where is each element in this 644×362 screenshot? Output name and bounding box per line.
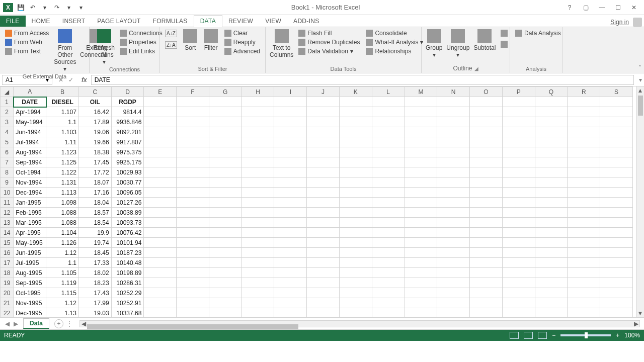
cell[interactable]: 10030.77 [111, 177, 144, 188]
cell[interactable] [502, 228, 535, 238]
cell[interactable] [405, 238, 437, 248]
cell[interactable] [177, 228, 209, 238]
cell[interactable]: 10038.89 [111, 208, 144, 218]
cell[interactable] [177, 268, 209, 278]
cell[interactable] [568, 137, 600, 147]
cell[interactable] [177, 147, 209, 157]
cell[interactable] [209, 308, 242, 318]
cell[interactable] [307, 228, 340, 238]
cell[interactable] [600, 137, 633, 147]
cell[interactable] [372, 208, 405, 218]
cell[interactable] [535, 198, 568, 208]
cell[interactable] [535, 208, 568, 218]
cell[interactable] [600, 127, 633, 137]
cell[interactable] [274, 218, 307, 228]
cell[interactable]: Sep-1994 [14, 157, 46, 167]
cell[interactable]: 1.113 [46, 188, 79, 198]
from-other-sources-button[interactable]: From Other Sources▾ [54, 29, 76, 72]
cell[interactable]: Aug-1995 [14, 268, 46, 278]
cell[interactable]: 19.06 [78, 127, 111, 137]
sort-asc-button[interactable]: A↓Z [164, 29, 178, 38]
maximize-icon[interactable]: ☐ [611, 3, 625, 13]
cell[interactable] [307, 308, 340, 318]
cell[interactable] [144, 137, 177, 147]
cell[interactable] [600, 188, 633, 198]
cell[interactable] [470, 167, 503, 177]
cell[interactable] [600, 167, 633, 177]
cell[interactable] [372, 127, 405, 137]
cell[interactable]: 1.1 [46, 258, 79, 268]
cell[interactable] [535, 218, 568, 228]
cell[interactable] [405, 167, 437, 177]
cell[interactable] [209, 218, 242, 228]
cell[interactable] [600, 107, 633, 117]
cell[interactable]: 18.04 [78, 198, 111, 208]
cell[interactable] [307, 238, 340, 248]
cell[interactable] [274, 298, 307, 308]
column-header[interactable]: G [209, 87, 242, 97]
help-icon[interactable]: ? [562, 3, 577, 13]
cell[interactable] [568, 188, 600, 198]
cell[interactable] [177, 288, 209, 298]
cell[interactable] [405, 127, 437, 137]
cell[interactable] [307, 208, 340, 218]
cell[interactable] [372, 248, 405, 258]
column-header[interactable]: K [339, 87, 372, 97]
hscroll-thumb[interactable] [87, 324, 298, 329]
cell[interactable] [339, 147, 372, 157]
row-header[interactable]: 9 [1, 177, 14, 188]
cell[interactable]: Nov-1995 [14, 298, 46, 308]
column-header[interactable]: B [46, 87, 79, 97]
cell[interactable] [600, 157, 633, 167]
cell[interactable] [600, 218, 633, 228]
cell[interactable]: 17.33 [78, 258, 111, 268]
cell[interactable]: 9892.201 [111, 127, 144, 137]
cell[interactable] [209, 107, 242, 117]
normal-view-icon[interactable] [510, 332, 519, 339]
cell[interactable] [372, 177, 405, 188]
cell[interactable] [502, 167, 535, 177]
cell[interactable] [437, 228, 470, 238]
cell[interactable] [502, 147, 535, 157]
row-header[interactable]: 3 [1, 117, 14, 127]
cell[interactable] [372, 258, 405, 268]
cell[interactable] [307, 298, 340, 308]
save-icon[interactable]: 💾 [16, 3, 25, 12]
cell[interactable] [535, 308, 568, 318]
cell[interactable] [339, 268, 372, 278]
cell[interactable]: 1.105 [46, 268, 79, 278]
cell[interactable] [600, 117, 633, 127]
cell[interactable]: 1.115 [46, 288, 79, 298]
cell[interactable]: Oct-1995 [14, 288, 46, 298]
cell[interactable]: 1.104 [46, 228, 79, 238]
spreadsheet-grid[interactable]: ◢ABCDEFGHIJKLMNOPQRS 1DATEDIESELOILRGDP2… [0, 86, 633, 318]
cell[interactable] [177, 157, 209, 167]
cell[interactable] [339, 248, 372, 258]
cell[interactable] [437, 278, 470, 288]
cell[interactable] [502, 298, 535, 308]
cell[interactable] [470, 157, 503, 167]
cell[interactable] [437, 238, 470, 248]
cell[interactable]: 18.07 [78, 177, 111, 188]
cell[interactable] [177, 107, 209, 117]
column-header[interactable]: R [568, 87, 600, 97]
cell[interactable]: 17.43 [78, 288, 111, 298]
cell[interactable] [177, 208, 209, 218]
cell[interactable] [372, 278, 405, 288]
cell[interactable] [600, 268, 633, 278]
column-header[interactable]: C [78, 87, 111, 97]
cell[interactable] [470, 248, 503, 258]
cell[interactable] [600, 147, 633, 157]
cell[interactable] [242, 157, 274, 167]
cell[interactable]: 10198.89 [111, 268, 144, 278]
cell[interactable] [437, 198, 470, 208]
cell[interactable] [568, 278, 600, 288]
cell[interactable] [502, 117, 535, 127]
cell[interactable]: 18.54 [78, 218, 111, 228]
cell[interactable] [339, 137, 372, 147]
cell[interactable] [144, 177, 177, 188]
scroll-left-icon[interactable]: ◀ [80, 320, 87, 327]
cell[interactable] [437, 248, 470, 258]
cell[interactable]: 10286.31 [111, 278, 144, 288]
cell[interactable] [372, 117, 405, 127]
